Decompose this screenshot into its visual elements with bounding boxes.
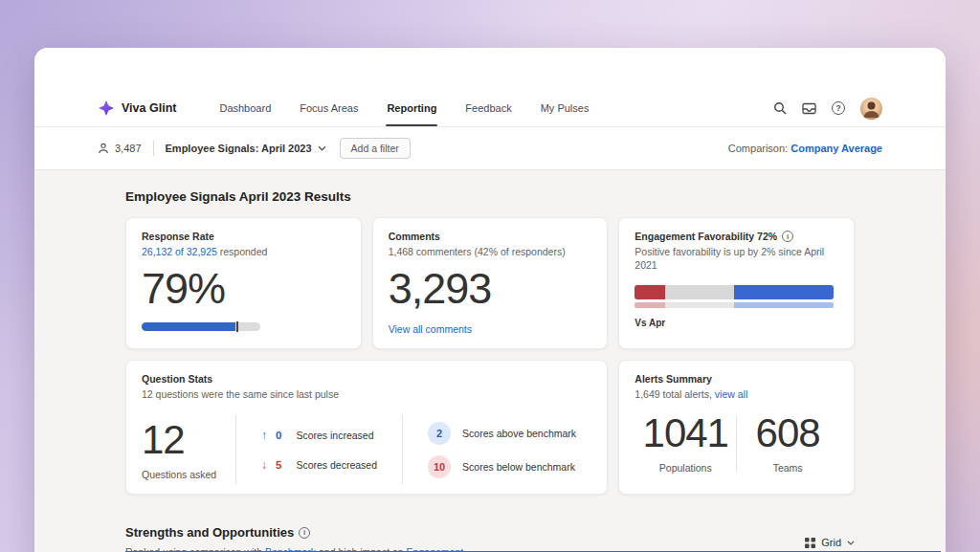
response-progress-track [142, 322, 260, 331]
favorability-segment [635, 285, 665, 299]
alerts-subtitle: 1,649 total alerts, view all [635, 387, 838, 401]
teams-value: 608 [737, 413, 838, 453]
benchmark-tick [236, 321, 238, 332]
strengths-title: Strengths and Opportunities i [125, 525, 463, 540]
nav-item-dashboard[interactable]: Dashboard [205, 90, 285, 126]
scores-below-badge: 10 [428, 455, 451, 478]
teams-label: Teams [737, 462, 838, 474]
filter-divider [153, 141, 154, 156]
scores-above-benchmark-row: 2 Scores above benchmark [428, 422, 576, 445]
window-top-padding [34, 48, 946, 90]
favorability-segment [665, 285, 734, 299]
alerts-subtitle-text: 1,649 total alerts, [635, 388, 714, 400]
scores-above-label: Scores above benchmark [462, 428, 576, 439]
questions-asked-label: Questions asked [142, 469, 235, 480]
scores-increased-value: 0 [276, 430, 281, 441]
engagement-title-text: Engagement Favorability 72% [635, 231, 777, 242]
scores-increased-row: ↑ 0 Scores increased [261, 429, 377, 442]
nav-item-focus-areas[interactable]: Focus Areas [285, 90, 372, 126]
favorability-segment [734, 302, 834, 308]
score-change-stats: ↑ 0 Scores increased ↓ 5 Scores decrease… [236, 429, 402, 472]
questions-asked-stat: 12 Questions asked [142, 420, 235, 480]
response-rate-title: Response Rate [142, 231, 345, 242]
top-navbar: Viva Glint Dashboard Focus Areas Reporti… [34, 90, 946, 127]
comments-title: Comments [389, 231, 592, 242]
summary-cards-row-1: Response Rate 26,132 of 32,925 responded… [125, 217, 855, 349]
scores-decreased-row: ↓ 5 Scores decreased [261, 458, 377, 472]
comments-value: 3,293 [389, 267, 592, 310]
arrow-up-icon: ↑ [261, 429, 271, 442]
engagement-favorability-card: Engagement Favorability 72% i Positive f… [618, 217, 855, 349]
strengths-title-text: Strengths and Opportunities [125, 525, 294, 540]
search-icon[interactable] [773, 101, 787, 115]
responded-suffix: responded [217, 246, 268, 257]
chevron-down-icon [847, 541, 855, 545]
favorability-bar-bottom [635, 302, 834, 308]
teams-stat: 608 Teams [737, 413, 838, 474]
responded-count-link[interactable]: 26,132 of 32,925 [142, 246, 217, 257]
viva-glint-logo-icon [98, 99, 115, 117]
strengths-section: Strengths and Opportunities i Ranked usi… [125, 525, 855, 552]
main-content: Employee Signals April 2023 Results Resp… [34, 170, 946, 552]
alerts-title: Alerts Summary [635, 373, 838, 385]
navbar-actions: ? [773, 98, 882, 120]
nav-item-feedback[interactable]: Feedback [451, 90, 525, 126]
scores-above-badge: 2 [428, 422, 451, 445]
page-title: Employee Signals April 2023 Results [125, 189, 855, 204]
viva-glint-brand[interactable]: Viva Glint [98, 99, 176, 117]
populations-stat: 1041 Populations [635, 413, 736, 474]
scores-increased-label: Scores increased [296, 430, 373, 441]
scores-decreased-label: Scores decreased [296, 459, 377, 471]
question-stats-body: 12 Questions asked ↑ 0 Scores increased … [142, 415, 591, 484]
inbox-icon[interactable] [802, 102, 816, 115]
favorability-segment [665, 302, 734, 308]
scores-below-benchmark-row: 10 Scores below benchmark [428, 455, 576, 478]
comparison-setting: Comparison: Company Average [728, 143, 882, 154]
scores-below-label: Scores below benchmark [462, 461, 575, 473]
summary-cards-row-2: Question Stats 12 questions were the sam… [125, 360, 855, 495]
nav-item-my-pulses[interactable]: My Pulses [526, 90, 604, 126]
response-rate-subtitle: 26,132 of 32,925 responded [142, 245, 345, 258]
questions-asked-value: 12 [142, 420, 235, 460]
favorability-segment [734, 285, 834, 299]
benchmark-stats: 2 Scores above benchmark 10 Scores below… [403, 422, 576, 478]
grid-view-dropdown[interactable]: Grid [805, 537, 855, 548]
question-stats-title: Question Stats [142, 373, 591, 385]
arrow-down-icon: ↓ [261, 458, 271, 472]
avatar[interactable] [860, 98, 882, 120]
signal-filter-dropdown[interactable]: Employee Signals: April 2023 [166, 143, 326, 154]
grid-icon [805, 538, 815, 548]
engagement-title: Engagement Favorability 72% i [635, 231, 838, 242]
signal-filter-label: Employee Signals: April 2023 [166, 143, 312, 154]
question-stats-subtitle: 12 questions were the same since last pu… [142, 387, 591, 401]
help-icon[interactable]: ? [832, 101, 845, 115]
view-all-alerts-link[interactable]: view all [715, 387, 747, 401]
alerts-summary-card: Alerts Summary 1,649 total alerts, view … [618, 360, 855, 495]
view-all-comments-link[interactable]: View all comments [389, 323, 472, 335]
brand-label: Viva Glint [122, 101, 176, 115]
nav-item-reporting[interactable]: Reporting [372, 90, 451, 126]
response-rate-card: Response Rate 26,132 of 32,925 responded… [125, 217, 362, 349]
comparison-value-link[interactable]: Company Average [791, 143, 882, 154]
chevron-down-icon [318, 145, 326, 151]
comments-subtitle: 1,468 commenters (42% of responders) [389, 245, 592, 258]
populations-value: 1041 [635, 413, 736, 453]
add-filter-button[interactable]: Add a filter [340, 138, 411, 159]
response-rate-value: 79% [142, 267, 345, 310]
favorability-segment [635, 302, 665, 308]
alerts-body: 1041 Populations 608 Teams [635, 413, 838, 474]
app-window: Viva Glint Dashboard Focus Areas Reporti… [34, 48, 946, 552]
grid-view-label: Grid [821, 537, 841, 548]
info-icon[interactable]: i [782, 231, 793, 242]
favorability-bar-label: Vs Apr [635, 318, 838, 328]
question-stats-card: Question Stats 12 questions were the sam… [125, 360, 608, 495]
person-icon [98, 143, 109, 154]
info-icon[interactable]: i [299, 527, 310, 539]
respondent-count-value: 3,487 [115, 143, 142, 154]
populations-label: Populations [635, 462, 736, 474]
engagement-subtitle: Positive favorability is up by 2% since … [635, 245, 838, 272]
scores-decreased-value: 5 [276, 459, 281, 471]
primary-nav: Dashboard Focus Areas Reporting Feedback… [205, 90, 603, 126]
favorability-bar-top [635, 285, 834, 299]
comparison-label: Comparison: [728, 143, 788, 154]
